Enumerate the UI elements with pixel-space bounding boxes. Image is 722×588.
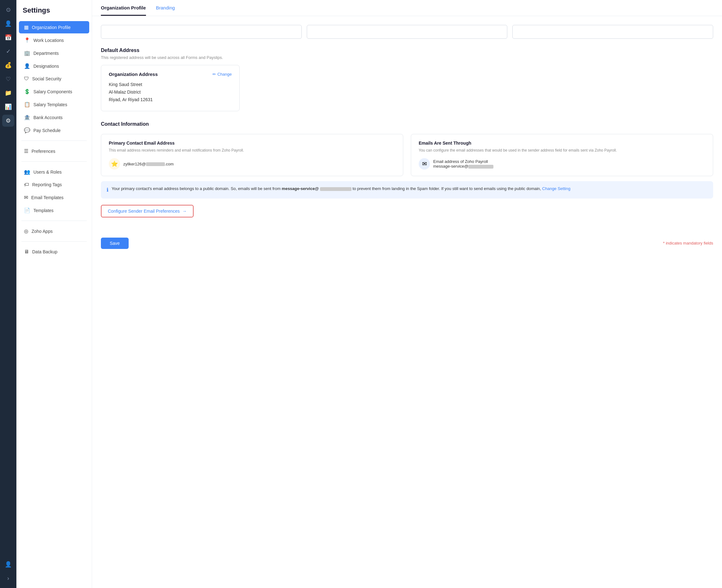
sidebar-divider-3 <box>21 220 87 221</box>
edit-icon: ✏ <box>212 72 216 77</box>
icon-bar: ⊙ 👤 📅 ✓ 💰 ♡ 📁 📊 ⚙ 👤 › <box>0 0 16 588</box>
heart-icon[interactable]: ♡ <box>2 73 14 85</box>
sidebar-item-templates[interactable]: 📄 Templates <box>19 204 89 216</box>
sidebar-item-label: Social Security <box>32 76 61 81</box>
sidebar-item-zoho-apps[interactable]: ◎ Zoho Apps <box>19 225 89 237</box>
sidebar-item-organization-profile[interactable]: ▦ Organization Profile <box>19 21 89 34</box>
default-address-subtitle: This registered address will be used acr… <box>101 55 713 60</box>
sidebar-divider-4 <box>21 241 87 242</box>
calendar-icon[interactable]: 📅 <box>2 31 14 43</box>
org-profile-icon: ▦ <box>24 24 29 30</box>
pay-schedule-icon: 💬 <box>24 127 30 133</box>
main-area: Organization Profile Branding Default Ad… <box>92 0 722 588</box>
sent-through-card: Emails Are Sent Through You can configur… <box>411 134 713 176</box>
sidebar-item-label: Data Backup <box>32 249 57 254</box>
reporting-tags-icon: 🏷 <box>24 182 29 188</box>
sidebar-item-bank-accounts[interactable]: 🏦 Bank Accounts <box>19 111 89 124</box>
save-button[interactable]: Save <box>101 237 129 249</box>
contact-info-title: Contact Information <box>101 121 713 127</box>
salary-components-icon: 💲 <box>24 88 30 94</box>
primary-card-desc: This email address receives reminders an… <box>109 147 395 153</box>
address-line-2: Al-Malaz District <box>109 89 232 94</box>
default-address-title: Default Address <box>101 47 713 53</box>
users-roles-icon: 👥 <box>24 169 30 175</box>
change-setting-link[interactable]: Change Setting <box>542 186 571 191</box>
sidebar-item-preferences[interactable]: ☰ Preferences <box>19 145 89 157</box>
person-icon[interactable]: 👤 <box>2 18 14 29</box>
info-banner: ℹ Your primary contact's email address b… <box>101 181 713 198</box>
sidebar-item-salary-templates[interactable]: 📋 Salary Templates <box>19 98 89 111</box>
top-input-2[interactable] <box>307 25 508 39</box>
sidebar-item-label: Zoho Apps <box>32 229 53 234</box>
sidebar-item-designations[interactable]: 👤 Designations <box>19 60 89 72</box>
sent-through-desc: You can configure the email addresses th… <box>419 147 705 153</box>
sidebar-item-label: Salary Templates <box>34 102 67 107</box>
sent-through-email-row: ✉ Email address of Zoho Payroll message-… <box>419 158 705 170</box>
sent-through-email-text: message-service@ <box>433 164 493 169</box>
sidebar-item-data-backup[interactable]: 🖥 Data Backup <box>19 246 89 258</box>
sidebar-item-label: Bank Accounts <box>34 115 63 120</box>
content-area: Default Address This registered address … <box>92 16 722 588</box>
top-input-1[interactable] <box>101 25 302 39</box>
profile-bottom-icon[interactable]: 👤 <box>2 559 14 570</box>
email-templates-icon: ✉ <box>24 194 28 201</box>
primary-email-row: ⭐ zyllker126@.com <box>109 158 395 170</box>
mandatory-fields-note: * indicates mandatory fields <box>663 241 713 246</box>
salary-templates-icon: 📋 <box>24 102 30 107</box>
address-line-1: King Saud Street <box>109 82 232 87</box>
home-icon[interactable]: ⊙ <box>2 4 14 16</box>
address-line-3: Riyad, Ar Riyad 12631 <box>109 97 232 102</box>
sidebar-item-reporting-tags[interactable]: 🏷 Reporting Tags <box>19 178 89 191</box>
folder-icon[interactable]: 📁 <box>2 87 14 99</box>
tab-organization-profile[interactable]: Organization Profile <box>101 0 146 16</box>
designations-icon: 👤 <box>24 63 30 69</box>
top-input-3[interactable] <box>512 25 713 39</box>
social-security-icon: 🛡 <box>24 76 29 82</box>
expand-icon[interactable]: › <box>2 572 14 584</box>
sidebar-item-salary-components[interactable]: 💲 Salary Components <box>19 85 89 98</box>
info-circle-icon: ℹ <box>107 186 108 194</box>
sidebar-item-pay-schedule[interactable]: 💬 Pay Schedule <box>19 124 89 136</box>
sidebar-item-departments[interactable]: 🏢 Departments <box>19 47 89 59</box>
sidebar-item-label: Departments <box>34 51 59 56</box>
sidebar-item-label: Work Locations <box>34 38 64 43</box>
sidebar-item-label: Pay Schedule <box>34 128 61 133</box>
sidebar-item-work-locations[interactable]: 📍 Work Locations <box>19 34 89 46</box>
address-card-header: Organization Address ✏ Change <box>109 71 232 77</box>
top-inputs-row <box>101 25 713 39</box>
configure-btn-arrow: → <box>182 209 187 214</box>
primary-card-title: Primary Contact Email Address <box>109 141 395 146</box>
tabs-bar: Organization Profile Branding <box>92 0 722 16</box>
check-icon[interactable]: ✓ <box>2 45 14 57</box>
email-icon: ✉ <box>419 158 430 170</box>
templates-icon: 📄 <box>24 207 30 213</box>
sent-through-domain-blurred <box>468 165 493 169</box>
sent-through-email-info: Email address of Zoho Payroll message-se… <box>433 159 493 169</box>
zoho-apps-icon: ◎ <box>24 228 28 234</box>
money-icon[interactable]: 💰 <box>2 59 14 71</box>
change-address-link[interactable]: ✏ Change <box>212 72 232 77</box>
info-domain-blurred <box>320 187 352 191</box>
sidebar-item-label: Templates <box>34 208 54 213</box>
contact-section: Contact Information Primary Contact Emai… <box>101 121 713 228</box>
sidebar-item-label: Email Templates <box>31 195 63 200</box>
sidebar-item-users-roles[interactable]: 👥 Users & Roles <box>19 166 89 178</box>
sidebar-divider <box>21 141 87 141</box>
sidebar-item-email-templates[interactable]: ✉ Email Templates <box>19 191 89 204</box>
configure-btn-label: Configure Sender Email Preferences <box>108 209 180 214</box>
chart-icon[interactable]: 📊 <box>2 101 14 113</box>
sent-through-title: Emails Are Sent Through <box>419 141 705 146</box>
info-banner-text: Your primary contact's email address bel… <box>111 186 570 192</box>
departments-icon: 🏢 <box>24 50 30 56</box>
contact-cards: Primary Contact Email Address This email… <box>101 134 713 176</box>
preferences-icon: ☰ <box>24 148 28 154</box>
data-backup-icon: 🖥 <box>24 249 29 255</box>
sidebar: Settings ▦ Organization Profile 📍 Work L… <box>16 0 92 588</box>
tab-branding[interactable]: Branding <box>156 0 175 16</box>
configure-sender-email-btn[interactable]: Configure Sender Email Preferences → <box>101 205 193 217</box>
sidebar-item-label: Salary Components <box>34 89 72 94</box>
bottom-bar: Save * indicates mandatory fields <box>101 235 713 249</box>
settings-icon[interactable]: ⚙ <box>2 115 14 127</box>
sidebar-item-social-security[interactable]: 🛡 Social Security <box>19 73 89 85</box>
info-banner-bold: message-service@ <box>282 186 319 191</box>
